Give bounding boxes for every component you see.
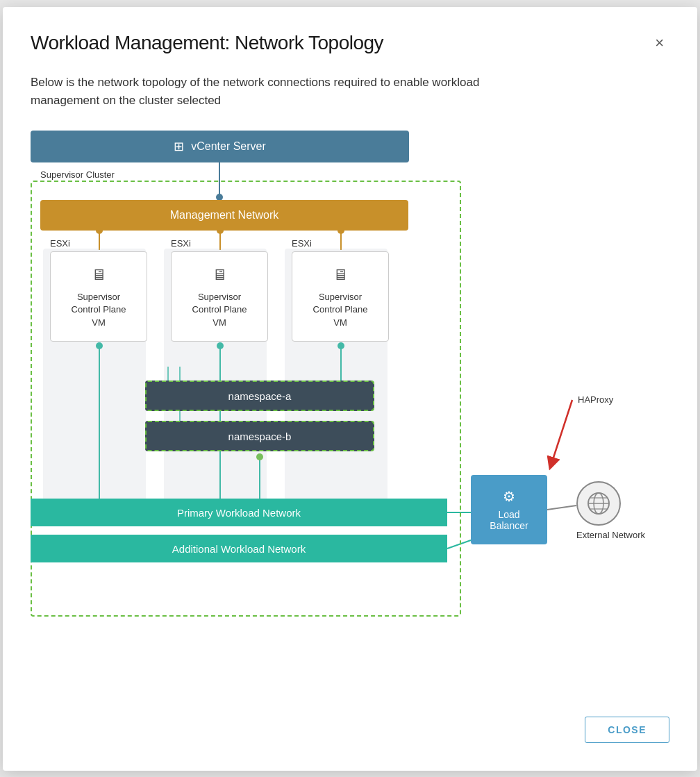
supervisor-cluster-label: Supervisor Cluster [38, 169, 117, 180]
haproxy-label: HAProxy [578, 394, 613, 405]
vcenter-label: vCenter Server [191, 140, 266, 153]
additional-workload-label: Additional Workload Network [172, 543, 306, 555]
vm-label-2: SupervisorControl PlaneVM [192, 291, 247, 329]
vcenter-icon: ⊞ [174, 139, 184, 154]
external-network-label: External Network [576, 530, 645, 542]
esxi-column-1: ESXi 🖥 SupervisorControl PlaneVM [50, 238, 147, 342]
modal-close-x-button[interactable]: × [649, 33, 669, 53]
namespace-a-box: namespace-a [145, 381, 374, 411]
network-topology-diagram: ⊞ vCenter Server Supervisor Cluster Mana… [31, 131, 669, 630]
vm-label-1: SupervisorControl PlaneVM [72, 291, 126, 329]
management-network-label: Management Network [170, 209, 279, 222]
svg-line-23 [547, 506, 576, 510]
load-balancer-box: ⚙ LoadBalancer [471, 475, 547, 544]
load-balancer-icon: ⚙ [503, 488, 515, 505]
vcenter-server-bar: ⊞ vCenter Server [31, 131, 409, 162]
external-network-node: External Network [576, 481, 645, 542]
vm-label-3: SupervisorControl PlaneVM [313, 291, 368, 329]
external-network-icon [586, 491, 611, 516]
esxi-column-2: ESXi 🖥 SupervisorControl PlaneVM [171, 238, 268, 342]
load-balancer-label: LoadBalancer [490, 509, 528, 531]
modal-title: Workload Management: Network Topology [31, 32, 383, 54]
modal-footer: CLOSE [585, 717, 669, 743]
vm-icon-2: 🖥 [212, 265, 227, 286]
namespace-b-label: namespace-b [228, 431, 292, 442]
supervisor-vm-3: 🖥 SupervisorControl PlaneVM [292, 251, 389, 342]
additional-workload-network-bar: Additional Workload Network [31, 535, 447, 562]
primary-workload-network-bar: Primary Workload Network [31, 499, 447, 526]
primary-workload-label: Primary Workload Network [177, 507, 301, 519]
supervisor-vm-1: 🖥 SupervisorControl PlaneVM [50, 251, 147, 342]
supervisor-vm-2: 🖥 SupervisorControl PlaneVM [171, 251, 268, 342]
modal-description: Below is the network topology of the net… [31, 74, 503, 110]
namespace-b-box: namespace-b [145, 421, 374, 451]
modal-header: Workload Management: Network Topology × [31, 32, 669, 54]
modal-dialog: Workload Management: Network Topology × … [3, 7, 697, 771]
external-network-circle [576, 481, 621, 526]
namespace-area: namespace-a namespace-b [145, 381, 374, 461]
vm-icon-3: 🖥 [333, 265, 348, 286]
esxi-label-1: ESXi [50, 238, 147, 249]
close-button[interactable]: CLOSE [585, 717, 669, 743]
management-network-bar: Management Network [40, 200, 408, 231]
haproxy-arrow-svg [531, 394, 614, 485]
esxi-label-3: ESXi [292, 238, 389, 249]
vm-icon-1: 🖥 [91, 265, 106, 286]
namespace-a-label: namespace-a [228, 390, 292, 402]
esxi-label-2: ESXi [171, 238, 268, 249]
svg-line-25 [551, 400, 572, 464]
esxi-column-3: ESXi 🖥 SupervisorControl PlaneVM [292, 238, 389, 342]
